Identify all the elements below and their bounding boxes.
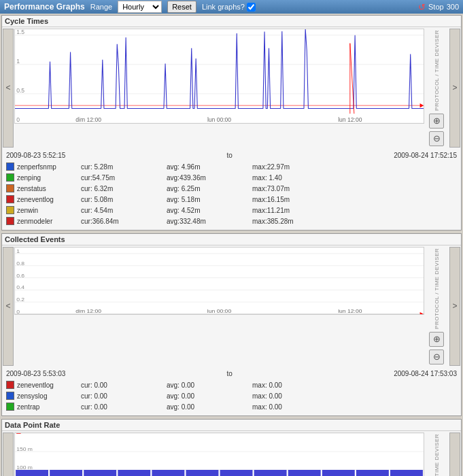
- stop-group: ↺ Stop 300: [418, 2, 459, 12]
- svg-rect-51: [356, 470, 389, 476]
- svg-rect-50: [322, 470, 355, 476]
- link-graphs-checkbox[interactable]: [247, 3, 256, 12]
- legend-cur: cur:366.84m: [81, 216, 156, 226]
- graph-canvas: 1.5 1 0.5 0 dim 12:00 lun 00:00 lun 12:0…: [14, 29, 424, 124]
- legend-avg: avg: 6.25m: [167, 184, 241, 194]
- graph-row: < 200 m 150 m 100 m 50 m dim 12:00 lun 0…: [2, 431, 461, 476]
- legend-max: max:22.97m: [252, 162, 327, 172]
- vertical-label: PROTOCOL / TIME DEVISER: [434, 434, 440, 476]
- graph-panel-cycle-times: Cycle Times < 1.5 1 0.5 0 dim 12:00 lun …: [1, 15, 462, 231]
- legend-name: zenmodeler: [17, 216, 78, 226]
- legend-color-box: [6, 195, 14, 203]
- svg-rect-48: [254, 470, 287, 476]
- svg-text:1.5: 1.5: [16, 29, 24, 35]
- legend-cur: cur: 6.32m: [81, 184, 156, 194]
- graph-panel-collected-events: Collected Events < 1 0.8 0.6 0.4 0.2 0 d…: [1, 233, 462, 416]
- legend-max: max:73.07m: [252, 184, 327, 194]
- legend-stats: cur: 5.28m avg: 4.96m max:22.97m: [81, 162, 327, 172]
- graph-panel-title: Data Point Rate: [2, 420, 461, 431]
- prev-button[interactable]: <: [3, 247, 14, 366]
- legend-item: zensyslog cur: 0.00 avg: 0.00 max: 0.00: [6, 391, 457, 401]
- svg-text:0.5: 0.5: [16, 87, 24, 94]
- graph-row: < 1 0.8 0.6 0.4 0.2 0 dim 12:00 lun 00:0…: [2, 245, 461, 367]
- svg-text:0.8: 0.8: [16, 260, 24, 267]
- svg-text:150 m: 150 m: [16, 446, 33, 452]
- legend-item: zenwin cur: 4.54m avg: 4.52m max:11.21m: [6, 205, 457, 216]
- svg-rect-32: [15, 433, 424, 476]
- legend-color-box: [6, 184, 14, 192]
- time-to-label: to: [227, 150, 233, 160]
- app-title: Performance Graphs: [4, 2, 85, 12]
- prev-button[interactable]: <: [3, 29, 14, 148]
- graph-controls-right: PROTOCOL / TIME DEVISER ⊕ ⊖: [424, 27, 449, 149]
- graph-controls-right: PROTOCOL / TIME DEVISER ⊕ ⊖: [424, 431, 449, 476]
- legend-max: max:16.15m: [252, 194, 327, 205]
- next-button[interactable]: >: [449, 432, 460, 476]
- legend-avg: avg:439.36m: [167, 173, 241, 183]
- legend-max: max:385.28m: [252, 216, 327, 226]
- svg-rect-14: [15, 248, 424, 314]
- svg-rect-52: [390, 470, 423, 476]
- graph-panel-title: Collected Events: [2, 234, 461, 245]
- zoom-in-button[interactable]: ⊕: [429, 332, 444, 347]
- svg-rect-44: [118, 470, 150, 476]
- legend-item: zenstatus cur: 6.32m avg: 6.25m max:73.0…: [6, 184, 457, 194]
- header: Performance Graphs Range Hourly Daily We…: [0, 0, 463, 14]
- legend-stats: cur: 5.08m avg: 5.18m max:16.15m: [81, 194, 327, 205]
- legend-item: zenping cur:54.75m avg:439.36m max: 1.40: [6, 173, 457, 183]
- legend-stats: cur: 0.00 avg: 0.00 max: 0.00: [81, 391, 327, 401]
- legend-cur: cur: 5.28m: [81, 162, 156, 172]
- legend-name: zenping: [17, 173, 78, 183]
- legend-item: zeneventlog cur: 5.08m avg: 5.18m max:16…: [6, 194, 457, 205]
- time-to: 2009-08-24 17:52:15: [394, 150, 457, 160]
- zoom-out-button[interactable]: ⊖: [429, 350, 444, 364]
- graph-canvas: 1 0.8 0.6 0.4 0.2 0 dim 12:00 lun 00:00 …: [14, 247, 424, 315]
- time-from: 2009-08-23 5:53:03: [6, 369, 65, 379]
- legend-stats: cur: 6.32m avg: 6.25m max:73.07m: [81, 184, 327, 194]
- range-label: Range: [90, 3, 112, 11]
- legend-stats: cur:366.84m avg:332.48m max:385.28m: [81, 216, 327, 226]
- legend-name: zeneventlog: [17, 380, 78, 390]
- legend-cur: cur: 0.00: [81, 402, 156, 412]
- svg-rect-49: [288, 470, 321, 476]
- svg-text:1: 1: [16, 58, 20, 65]
- svg-text:dim 12:00: dim 12:00: [75, 308, 101, 314]
- vertical-label: PROTOCOL / TIME DEVISER: [434, 30, 440, 111]
- legend-avg: avg: 5.18m: [167, 194, 241, 205]
- svg-rect-45: [152, 470, 184, 476]
- legend-max: max: 0.00: [252, 391, 327, 401]
- svg-text:0.4: 0.4: [16, 285, 24, 291]
- next-button[interactable]: >: [449, 29, 460, 148]
- prev-button[interactable]: <: [3, 432, 14, 476]
- legend-color-box: [6, 206, 14, 214]
- legend-item: zeneventlog cur: 0.00 avg: 0.00 max: 0.0…: [6, 380, 457, 390]
- legend-time-row: 2009-08-23 5:53:03 to 2009-08-24 17:53:0…: [6, 369, 457, 379]
- legend-stats: cur: 4.54m avg: 4.52m max:11.21m: [81, 205, 327, 216]
- legend-stats: cur: 0.00 avg: 0.00 max: 0.00: [81, 380, 327, 390]
- legend-avg: avg: 0.00: [167, 391, 241, 401]
- legend-avg: avg: 0.00: [167, 380, 241, 390]
- legend-color-box: [6, 163, 14, 171]
- legend-cur: cur: 0.00: [81, 380, 156, 390]
- legend-avg: avg: 4.96m: [167, 162, 241, 172]
- legend-name: zentrap: [17, 402, 78, 412]
- main-content: Cycle Times < 1.5 1 0.5 0 dim 12:00 lun …: [0, 14, 463, 476]
- svg-text:1: 1: [16, 248, 20, 254]
- range-select[interactable]: Hourly Daily Weekly Monthly: [118, 1, 162, 13]
- zoom-in-button[interactable]: ⊕: [429, 114, 444, 129]
- legend-name: zenwin: [17, 205, 78, 216]
- svg-rect-47: [220, 470, 253, 476]
- legend-avg: avg: 4.52m: [167, 205, 241, 216]
- svg-text:lun 00:00: lun 00:00: [207, 308, 232, 314]
- next-button[interactable]: >: [449, 247, 460, 366]
- zoom-out-button[interactable]: ⊖: [429, 131, 444, 146]
- legend-name: zenperfsnmp: [17, 162, 78, 172]
- svg-rect-43: [84, 470, 116, 476]
- reset-button[interactable]: Reset: [167, 1, 196, 13]
- legend-cur: cur:54.75m: [81, 173, 156, 183]
- graph-panel-data-point-rate: Data Point Rate < 200 m 150 m 100 m 50 m…: [1, 419, 462, 476]
- time-to: 2009-08-24 17:53:03: [394, 369, 457, 379]
- link-graphs-group: Link graphs?: [202, 3, 256, 12]
- legend-cur: cur: 4.54m: [81, 205, 156, 216]
- svg-text:0: 0: [16, 116, 20, 123]
